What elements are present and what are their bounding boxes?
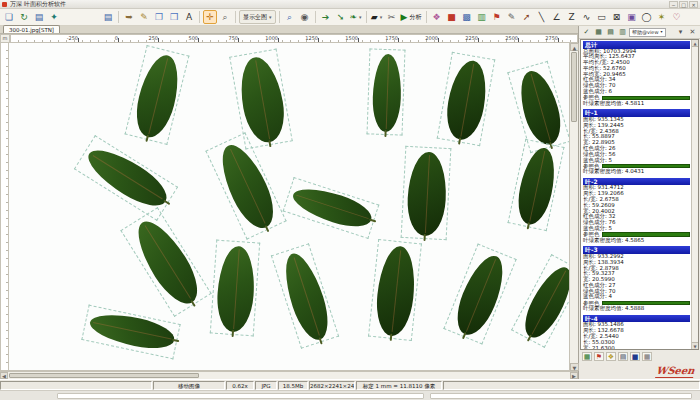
flag-icon[interactable]: ⚑ (490, 10, 504, 24)
export-icon[interactable]: ➥ (122, 10, 136, 24)
preview-eye-icon[interactable]: ◉ (298, 10, 312, 24)
paste-icon[interactable]: ❒ (167, 10, 181, 24)
copy-icon[interactable]: ❐ (152, 10, 166, 24)
zoom-tool-icon[interactable]: ⌕ (218, 10, 232, 24)
maximize-button[interactable]: □ (679, 1, 688, 8)
crossrect-tool-icon[interactable]: ⊠ (610, 10, 624, 24)
star-tool-icon[interactable]: ✶ (655, 10, 669, 24)
select-all-check-icon[interactable]: ✓ (581, 27, 592, 38)
leaf-bounding-box[interactable] (367, 48, 406, 135)
heart-tool-icon[interactable]: ♡ (670, 10, 684, 24)
leaf-bounding-box[interactable] (401, 146, 452, 240)
leaf-bounding-box[interactable] (125, 45, 190, 145)
flag-stripes-icon[interactable]: ⚑ (594, 352, 604, 361)
table-icon[interactable]: ▥ (475, 10, 489, 24)
scroll-left-icon[interactable]: ◀ (0, 372, 8, 379)
data-table-icon[interactable]: ▦ (593, 27, 604, 38)
leaf-object[interactable] (442, 58, 491, 143)
leaf-object[interactable] (513, 145, 561, 228)
red-swatch-icon[interactable]: ■ (445, 10, 459, 24)
status-empty (0, 381, 152, 390)
pan-tool-icon[interactable]: ✛ (203, 10, 217, 24)
leaf-object[interactable] (373, 244, 418, 337)
leaf-object[interactable] (87, 309, 177, 354)
next-arrow-icon[interactable]: ➘ (334, 10, 348, 24)
image-canvas[interactable] (9, 43, 569, 371)
angle-tool-icon[interactable]: ∠ (550, 10, 564, 24)
scissors-icon[interactable]: ✂ (385, 10, 399, 24)
navy-swatch-icon[interactable]: ■ (630, 352, 640, 361)
scroll-right-icon[interactable]: ▶ (570, 372, 578, 379)
new-file-icon[interactable]: ❏ (2, 10, 16, 24)
leaf-bounding-box[interactable] (511, 254, 569, 348)
grid-icon[interactable]: ▦ (642, 352, 652, 361)
analyze-button[interactable]: ▶分析 (400, 10, 423, 24)
leaf-object[interactable] (130, 51, 185, 141)
leaf-object[interactable] (289, 181, 376, 233)
vertical-scroll-thumb[interactable] (571, 52, 577, 122)
green-table-icon[interactable]: ▦ (582, 352, 592, 361)
leaf-object[interactable] (215, 245, 257, 333)
pencil-icon[interactable]: ✎ (505, 10, 519, 24)
measure-icon[interactable]: ➚ (520, 10, 534, 24)
leaf-bounding-box[interactable] (283, 177, 380, 239)
panel-close-icon[interactable]: ✕ (687, 27, 698, 38)
circle-tool-icon[interactable]: ◯ (640, 10, 654, 24)
leaf-bounding-box[interactable] (507, 139, 564, 231)
leaf-bounding-box[interactable] (443, 243, 516, 344)
zoom-in-icon[interactable]: ⌕ (283, 10, 297, 24)
prev-arrow-icon[interactable]: ➔ (319, 10, 333, 24)
leaf-bounding-box[interactable] (210, 240, 260, 337)
palette-icon[interactable]: ❖ (430, 10, 444, 24)
leaf-object[interactable] (449, 250, 512, 341)
rect-tool-icon[interactable]: ▭ (595, 10, 609, 24)
horizontal-scrollbar[interactable]: ◀ ▶ (0, 371, 578, 379)
leaf-bounding-box[interactable] (271, 243, 339, 349)
report-icon[interactable]: ▤ (605, 27, 616, 38)
panel-view-dropdown[interactable]: 帮助@view▾ (629, 28, 666, 37)
camera-capture-icon[interactable]: ✦ (47, 10, 61, 24)
save-small-icon[interactable]: ▤ (32, 10, 46, 24)
line-tool-icon[interactable]: ╲ (535, 10, 549, 24)
leaf-object[interactable] (127, 213, 207, 312)
horizontal-scroll-thumb[interactable] (9, 373, 199, 378)
refresh-icon[interactable]: ↻ (17, 10, 31, 24)
leaf-bounding-box[interactable] (81, 305, 180, 360)
filled-rect-icon[interactable]: ▣ (625, 10, 639, 24)
leaf-object[interactable] (372, 54, 403, 133)
leaf-object[interactable] (513, 66, 567, 148)
minimize-button[interactable]: ─ (669, 1, 678, 8)
close-button[interactable]: ✕ (689, 1, 698, 8)
leaf-bounding-box[interactable] (507, 61, 569, 153)
scroll-down-icon[interactable]: ▼ (570, 363, 579, 371)
leaf-bounding-box[interactable] (205, 132, 286, 239)
leaf-object[interactable] (517, 261, 569, 344)
panel-collapse-icon[interactable]: ▾ (675, 27, 686, 38)
leaf-bounding-box[interactable] (437, 52, 496, 146)
fit-view-button[interactable]: 显示全图▾ (239, 10, 276, 24)
curve-tool-icon[interactable]: ∿ (580, 10, 594, 24)
scroll-up-icon[interactable]: ▲ (570, 43, 579, 51)
export-table-icon[interactable]: ▥ (617, 27, 628, 38)
zline-tool-icon[interactable]: Z (565, 10, 579, 24)
leaf-bounding-box[interactable] (368, 239, 422, 341)
leaf-object[interactable] (212, 138, 283, 235)
save-icon[interactable]: ▤ (101, 10, 115, 24)
edit-icon[interactable]: ✎ (137, 10, 151, 24)
tab-image-300-01[interactable]: 300-01.jpg[STN] (3, 25, 60, 33)
leaf-tool-icon[interactable]: ❧▾ (349, 10, 363, 24)
panel-scroll-down-icon[interactable]: ▼ (692, 342, 698, 349)
leaf-object[interactable] (277, 249, 335, 344)
palette-icon[interactable]: ❖ (606, 352, 616, 361)
leaf-bounding-box[interactable] (74, 135, 178, 221)
panel-scroll-up-icon[interactable]: ▲ (692, 40, 698, 47)
leaf-object[interactable] (81, 140, 174, 215)
folder-icon[interactable]: ▰▾ (370, 10, 384, 24)
leaf-object[interactable] (406, 151, 448, 237)
text-tool-icon[interactable]: A (182, 10, 196, 24)
white-table-icon[interactable]: ▤ (618, 352, 628, 361)
panel-scrollbar[interactable]: ▲ ▼ (691, 40, 698, 349)
chart-icon[interactable]: ▩ (460, 10, 474, 24)
leaf-bounding-box[interactable] (120, 207, 211, 317)
vertical-scrollbar[interactable]: ▲ ▼ (569, 43, 578, 371)
